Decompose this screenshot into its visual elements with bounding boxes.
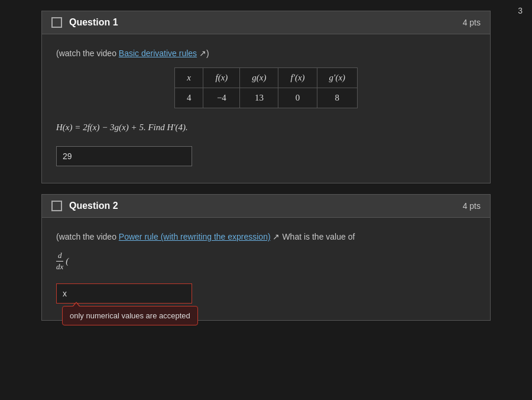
col-header-fx: f(x) [203, 68, 240, 88]
question-2-block: Question 2 4 pts (watch the video Power … [41, 194, 491, 321]
cell-x: 4 [174, 88, 203, 108]
watch-link-1[interactable]: Basic derivative rules [119, 49, 197, 58]
error-tooltip: only numerical values are accepted [62, 306, 198, 325]
derivative-fraction: d dx [56, 251, 63, 272]
question-2-title: Question 2 [69, 201, 118, 211]
question-1-header: Question 1 4 pts [42, 11, 490, 34]
col-header-x: x [174, 68, 203, 88]
question-1-block: Question 1 4 pts (watch the video Basic … [41, 11, 491, 183]
fraction-numerator: d [56, 251, 63, 262]
cell-fpx: 0 [278, 88, 317, 108]
question-2-watch-line: (watch the video Power rule (with rewrit… [56, 232, 476, 241]
watch-link-2[interactable]: Power rule (with rewriting the expressio… [119, 232, 271, 241]
question-1-watch-line: (watch the video Basic derivative rules … [56, 49, 476, 58]
question-2-answer-input[interactable] [56, 283, 192, 304]
question-1-title: Question 1 [69, 17, 118, 28]
question-1-table: x f(x) g(x) f′(x) g′(x) 4 −4 13 0 8 [174, 67, 358, 108]
question-2-pts: 4 pts [463, 201, 481, 211]
question-1-pts: 4 pts [463, 18, 481, 27]
question-1-expression: H(x) = 2f(x) − 3g(x) + 5. Find H′(4). [56, 120, 476, 134]
question-2-header: Question 2 4 pts [42, 195, 490, 218]
question-1-answer-input[interactable] [56, 146, 192, 166]
watch-icon-2: ↗ [271, 232, 280, 241]
question-2-body: (watch the video Power rule (with rewrit… [42, 218, 490, 320]
question-2-math: d dx ( [56, 251, 476, 272]
question-1-body: (watch the video Basic derivative rules … [42, 34, 490, 183]
watch-prefix-1: (watch the video [56, 49, 119, 58]
col-header-gx: g(x) [240, 68, 278, 88]
col-header-gpx: g′(x) [317, 68, 357, 88]
col-header-fpx: f′(x) [278, 68, 317, 88]
question-2-input-wrapper: only numerical values are accepted [56, 283, 192, 304]
watch-suffix-1: ) [206, 49, 209, 58]
paren-open: ( [66, 256, 69, 266]
page-number: 3 [518, 6, 523, 15]
question-1-table-container: x f(x) g(x) f′(x) g′(x) 4 −4 13 0 8 [174, 67, 358, 108]
watch-icon-1: ↗ [197, 49, 206, 58]
cell-gpx: 8 [317, 88, 357, 108]
fraction-denominator: dx [56, 262, 63, 272]
question-2-checkbox[interactable] [51, 201, 62, 211]
table-row: 4 −4 13 0 8 [174, 88, 357, 108]
watch-prefix-2: (watch the video [56, 232, 119, 241]
tooltip-text: only numerical values are accepted [70, 311, 190, 320]
question-1-checkbox[interactable] [51, 17, 62, 28]
cell-fx: −4 [203, 88, 240, 108]
watch-middle-2: What is the value of [280, 232, 355, 241]
cell-gx: 13 [240, 88, 278, 108]
